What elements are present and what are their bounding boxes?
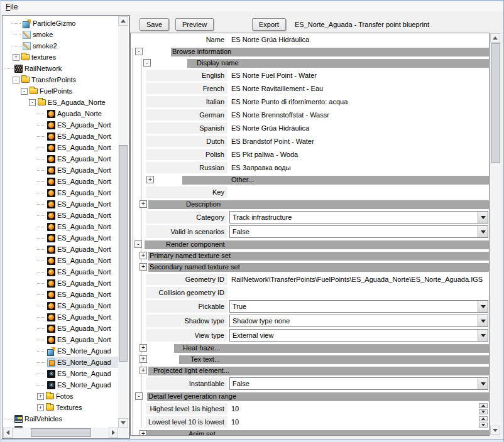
scroll-up-button[interactable] <box>490 33 500 43</box>
instantiable-dropdown[interactable]: False <box>229 377 488 390</box>
tree-item-railvehicles[interactable]: RailVehicles <box>3 413 118 424</box>
collapse-icon[interactable]: - <box>13 77 19 84</box>
expand-icon[interactable]: + <box>13 54 19 61</box>
tree-item-es-aguada-nort[interactable]: ES_Aguada_Nort <box>3 334 118 345</box>
tree-vertical-scrollbar[interactable] <box>118 16 128 428</box>
scroll-down-button[interactable] <box>118 418 128 428</box>
tree-item-fotos[interactable]: +Fotos <box>3 391 118 402</box>
preview-button[interactable]: Preview <box>175 18 214 31</box>
tree-item-es-aguada-nort[interactable]: ES_Aguada_Nort <box>3 244 118 255</box>
dropdown-arrow-button[interactable] <box>478 378 488 389</box>
pickable-dropdown[interactable]: True <box>229 300 488 313</box>
tree-item-es-aguada-nort[interactable]: ES_Aguada_Nort <box>3 176 118 187</box>
tree-item-es-norte-aguad[interactable]: ES_Norte_Aguad <box>3 345 118 357</box>
collapse-icon[interactable]: - <box>135 48 143 55</box>
tree-item-es-aguada-nort[interactable]: ES_Aguada_Nort <box>3 221 118 232</box>
tree-item-aguada-norte[interactable]: Aguada_Norte <box>3 108 118 119</box>
expand-icon[interactable]: + <box>37 404 44 411</box>
spinner-down-button[interactable] <box>479 423 488 428</box>
polish-value[interactable]: ES Pkt paliwa - Woda <box>229 149 488 160</box>
scroll-left-button[interactable] <box>3 428 13 438</box>
tree-item-es-aguada-nort[interactable]: ES_Aguada_Nort <box>3 323 118 334</box>
tree-item-textures[interactable]: +textures <box>3 51 118 63</box>
english-value[interactable]: ES Norte Fuel Point - Water <box>229 70 488 81</box>
expand-icon[interactable]: + <box>140 263 147 271</box>
menu-file[interactable]: File <box>1 1 23 13</box>
expand-icon[interactable]: + <box>140 367 147 374</box>
tree-item-es-aguada-nort[interactable]: ES_Aguada_Nort <box>3 198 118 210</box>
russian-value[interactable]: ES Заправка воды <box>229 162 488 173</box>
expand-icon[interactable]: + <box>37 393 44 400</box>
highest-level-1is-highest-value[interactable]: 10 <box>229 403 488 414</box>
collapse-icon[interactable]: - <box>21 88 28 95</box>
category-dropdown[interactable]: Track infrastructure <box>229 211 488 224</box>
view-type-dropdown[interactable]: External view <box>229 329 488 342</box>
expand-icon[interactable]: + <box>140 430 147 436</box>
tree-item-es-norte-aguad[interactable]: ES_Norte_Aguad <box>3 368 118 379</box>
geometry-id-value[interactable]: RailNetwork\TransferPoints\FuelPoints\ES… <box>229 274 488 285</box>
expand-icon[interactable]: + <box>146 176 154 183</box>
scroll-up-button[interactable] <box>118 16 128 26</box>
tree-item-smoke[interactable]: smoke <box>3 29 118 40</box>
dropdown-arrow-button[interactable] <box>478 301 488 312</box>
spinner-up-button[interactable] <box>479 403 488 408</box>
spinner-up-button[interactable] <box>479 416 488 421</box>
spinner-down-button[interactable] <box>479 409 488 414</box>
expand-icon[interactable]: + <box>140 252 147 259</box>
tree-item-es-aguada-nort[interactable]: ES_Aguada_Nort <box>3 311 118 323</box>
lowest-level-10-is-lowest-value[interactable]: 10 <box>229 416 488 428</box>
key-value[interactable] <box>229 186 488 198</box>
tree-item-es-norte-aguad[interactable]: ES_Norte_Aguad <box>3 379 118 391</box>
expand-icon[interactable]: + <box>140 344 147 352</box>
shadow-type-dropdown[interactable]: Shadow type none <box>229 315 488 327</box>
export-button[interactable]: Export <box>252 18 286 31</box>
scroll-down-button[interactable] <box>490 426 500 435</box>
dropdown-arrow-button[interactable] <box>478 212 488 223</box>
tree-item-railnetwork[interactable]: RailNetwork <box>3 63 118 74</box>
tree-item-smoke2[interactable]: smoke2 <box>3 40 118 51</box>
expand-icon[interactable]: + <box>140 355 147 363</box>
tree-item-es-aguada-nort[interactable]: ES_Aguada_Nort <box>3 164 118 176</box>
tree-item-es-aguada-nort[interactable]: ES_Aguada_Nort <box>3 255 118 266</box>
tree-item-es-norte-aguad[interactable]: ES_Norte_Aguad <box>3 357 118 368</box>
tree-item-es-aguada-nort[interactable]: ES_Aguada_Nort <box>3 187 118 198</box>
tree-item-es-aguada-nort[interactable]: ES_Aguada_Nort <box>3 119 118 131</box>
tree-item-textures[interactable]: +Textures <box>3 402 118 413</box>
spanish-value[interactable]: ES Norte Grúa Hidráulica <box>229 122 488 134</box>
tree-item-es-aguada-norte[interactable]: -ES_Aguada_Norte <box>3 97 118 108</box>
collapse-icon[interactable]: - <box>135 392 143 400</box>
tree-item-es-aguada-nort[interactable]: ES_Aguada_Nort <box>3 131 118 142</box>
tree-item-es-aguada-nort[interactable]: ES_Aguada_Nort <box>3 153 118 164</box>
expand-icon[interactable]: + <box>140 200 147 208</box>
dropdown-arrow-button[interactable] <box>478 330 488 341</box>
tree-item-es-aguada-nort[interactable]: ES_Aguada_Nort <box>3 266 118 278</box>
tree-item-es-aguada-nort[interactable]: ES_Aguada_Nort <box>3 278 118 289</box>
collapse-icon[interactable]: - <box>29 99 36 106</box>
scroll-right-button[interactable] <box>109 428 118 438</box>
dropdown-arrow-button[interactable] <box>478 315 488 326</box>
dutch-value[interactable]: ES Brandstof Point - Water <box>229 136 488 147</box>
scroll-thumb[interactable] <box>119 145 128 362</box>
save-button[interactable]: Save <box>140 18 169 31</box>
scroll-thumb[interactable] <box>31 428 91 437</box>
dropdown-arrow-button[interactable] <box>478 226 488 237</box>
name-value[interactable]: ES Norte Grúa Hidráulica <box>229 34 488 45</box>
valid-in-scenarios-dropdown[interactable]: False <box>229 225 488 238</box>
tree-item-fuelpoints[interactable]: -FuelPoints <box>3 85 118 97</box>
french-value[interactable]: ES Norte Ravitaillement - Eau <box>229 83 488 94</box>
collapse-icon[interactable]: - <box>143 59 151 67</box>
tree-item-es-aguada-nort[interactable]: ES_Aguada_Nort <box>3 210 118 221</box>
tree-item-transferpoints[interactable]: -TransferPoints <box>3 74 118 85</box>
tree-item-es-aguada-nort[interactable]: ES_Aguada_Nort <box>3 300 118 311</box>
tree-item-es-aguada-nort[interactable]: ES_Aguada_Nort <box>3 232 118 244</box>
scroll-thumb[interactable] <box>491 43 500 163</box>
tree-item-es-aguada-nort[interactable]: ES_Aguada_Nort <box>3 289 118 300</box>
collision-geometry-id-value[interactable] <box>229 287 488 298</box>
properties-scrollbar[interactable] <box>490 33 501 435</box>
tree-item-particlegizmo[interactable]: ParticleGizmo <box>3 18 118 29</box>
collapse-icon[interactable]: - <box>134 240 142 248</box>
german-value[interactable]: ES Norte Brennstoffstat - Wassr <box>229 109 488 121</box>
tree-item-es-aguada-nort[interactable]: ES_Aguada_Nort <box>3 142 118 153</box>
tree-horizontal-scrollbar[interactable] <box>3 428 118 438</box>
italian-value[interactable]: ES Norte Punto di rifornimento: acqua <box>229 96 488 107</box>
